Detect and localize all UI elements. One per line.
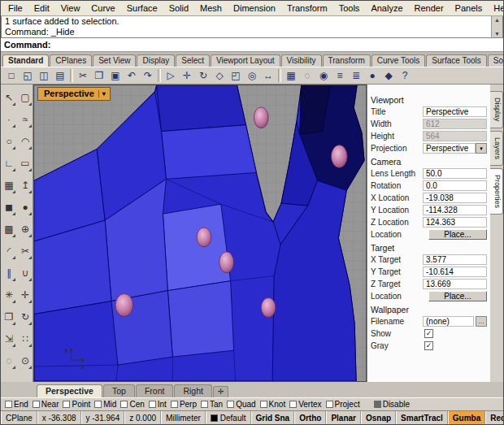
pan-icon[interactable]: ↔ xyxy=(260,68,276,84)
toolbar-tab-viewport-layout[interactable]: Viewport Layout xyxy=(211,54,280,67)
lock-objects-icon[interactable]: ◉ xyxy=(315,68,332,84)
record-history-toggle[interactable]: Record Histor xyxy=(485,411,503,424)
wallpaper-show-checkbox[interactable]: ✓ xyxy=(424,329,433,338)
ortho-toggle[interactable]: Ortho xyxy=(294,411,326,424)
osnap-quad-checkbox[interactable] xyxy=(227,401,234,408)
osnap-vertex-checkbox[interactable] xyxy=(289,401,297,408)
lens-length-field[interactable]: 50.0 xyxy=(423,168,487,179)
object-properties-icon[interactable]: ≣ xyxy=(348,68,364,84)
fillet-tool-icon[interactable]: ◜ xyxy=(1,240,17,262)
perspective-viewport[interactable]: Perspective ▾ xyxy=(33,85,367,382)
curve-tool-icon[interactable]: ≈ xyxy=(17,108,33,130)
units-indicator[interactable]: Millimeter xyxy=(161,411,206,424)
command-history[interactable]: 1 surface added to selection. Command: _… xyxy=(1,16,503,38)
osnap-int-checkbox[interactable] xyxy=(149,401,156,408)
osnap-cen-checkbox[interactable] xyxy=(120,401,128,408)
extrude-tool-icon[interactable]: ↥ xyxy=(17,174,33,196)
projection-dropdown-icon[interactable]: ▾ xyxy=(476,143,487,154)
surface-tool-icon[interactable]: ▦ xyxy=(1,174,17,196)
paste-icon[interactable]: ▣ xyxy=(107,68,124,84)
target-place-button[interactable]: Place... xyxy=(428,291,487,301)
zoom-extents-icon[interactable]: ◎ xyxy=(244,68,260,84)
redo-icon[interactable]: ↷ xyxy=(140,68,156,84)
toolbar-tab-visibility[interactable]: Visibility xyxy=(281,54,322,67)
wallpaper-gray-checkbox[interactable]: ✓ xyxy=(424,341,433,350)
sphere-tool-icon[interactable]: ● xyxy=(17,196,33,218)
rotation-field[interactable]: 0.0 xyxy=(423,180,487,191)
move-icon[interactable]: ✛ xyxy=(179,68,195,84)
mesh-tool-icon[interactable]: ▩ xyxy=(1,218,17,240)
osnap-int[interactable]: Int xyxy=(149,400,167,409)
box-tool-icon[interactable]: ◼ xyxy=(1,196,17,218)
osnap-perp[interactable]: Perp xyxy=(171,400,197,409)
osnap-disable-checkbox[interactable] xyxy=(374,401,381,408)
undo-icon[interactable]: ↶ xyxy=(124,68,140,84)
wallpaper-filename-field[interactable]: (none) xyxy=(423,316,474,327)
toolbar-tab-select[interactable]: Select xyxy=(176,54,210,67)
command-history-scrollbar[interactable]: ▲ ▼ xyxy=(491,16,502,37)
gumball-icon[interactable]: ◆ xyxy=(380,68,397,84)
rectangle-tool-icon[interactable]: ▭ xyxy=(17,152,33,174)
osnap-point[interactable]: Point xyxy=(63,400,90,409)
save-file-icon[interactable]: ◫ xyxy=(36,68,52,84)
join-tool-icon[interactable]: ∪ xyxy=(17,262,33,284)
osnap-project-checkbox[interactable] xyxy=(326,401,333,408)
osnap-tan[interactable]: Tan xyxy=(201,400,223,409)
toolbar-tab-transform[interactable]: Transform xyxy=(323,54,371,67)
arc-tool-icon[interactable]: ◠ xyxy=(17,130,33,152)
grid-snap-toggle[interactable]: Grid Sna xyxy=(251,411,295,424)
toolbar-tab-standard[interactable]: Standard xyxy=(2,54,49,67)
menu-tools[interactable]: Tools xyxy=(333,2,366,15)
viewport-tab-top[interactable]: Top xyxy=(103,384,135,397)
toolbar-tab-cplanes[interactable]: CPlanes xyxy=(50,54,92,67)
zoom-window-icon[interactable]: ◰ xyxy=(228,68,244,84)
copy-tool-icon[interactable]: ❐ xyxy=(1,306,17,327)
select-icon[interactable]: ▷ xyxy=(163,68,179,84)
gumball-toggle[interactable]: Gumba xyxy=(448,411,485,424)
viewport-tab-front[interactable]: Front xyxy=(136,384,174,397)
osnap-cen[interactable]: Cen xyxy=(120,400,144,409)
osnap-vertex[interactable]: Vertex xyxy=(289,400,321,409)
toolbar-tab-set-view[interactable]: Set View xyxy=(93,54,136,67)
new-file-icon[interactable]: □ xyxy=(3,68,20,84)
current-layer[interactable]: Default xyxy=(206,411,251,424)
tab-properties[interactable]: Properties xyxy=(490,168,503,215)
rotate-icon[interactable]: ↻ xyxy=(195,68,211,84)
menu-file[interactable]: File xyxy=(2,2,28,15)
scroll-down-icon[interactable]: ▼ xyxy=(494,30,500,37)
viewport-canvas[interactable]: y x xyxy=(34,85,366,381)
osnap-near[interactable]: Near xyxy=(33,400,59,409)
layers-icon[interactable]: ≡ xyxy=(332,68,348,84)
scale-icon[interactable]: ◇ xyxy=(211,68,228,84)
zoom-tool-icon[interactable]: ⊙ xyxy=(17,349,33,371)
named-views-icon[interactable]: ▦ xyxy=(283,68,299,84)
menu-help[interactable]: Help xyxy=(488,2,504,15)
open-file-icon[interactable]: ◱ xyxy=(20,68,36,84)
y-target-field[interactable]: -10.614 xyxy=(423,267,487,277)
hide-tool-icon[interactable]: ◌ xyxy=(1,349,17,371)
osnap-end[interactable]: End xyxy=(5,400,28,409)
toolbar-tab-display[interactable]: Display xyxy=(137,54,175,67)
point-tool-icon[interactable]: ∙ xyxy=(1,108,17,130)
menu-analyze[interactable]: Analyze xyxy=(365,2,408,15)
osnap-toggle[interactable]: Osnap xyxy=(361,411,396,424)
tab-display[interactable]: Display xyxy=(490,91,503,128)
z-location-field[interactable]: 124.363 xyxy=(423,217,487,228)
selection-filter-icon[interactable]: ▢ xyxy=(17,86,33,108)
viewport-menu-arrow-icon[interactable]: ▾ xyxy=(98,90,106,98)
osnap-quad[interactable]: Quad xyxy=(227,400,255,409)
help-icon[interactable]: ? xyxy=(397,68,413,84)
camera-place-button[interactable]: Place... xyxy=(428,229,487,240)
new-viewport-tab-icon[interactable]: ✛ xyxy=(213,386,229,397)
osnap-knot[interactable]: Knot xyxy=(260,400,286,409)
array-tool-icon[interactable]: ∷ xyxy=(17,327,33,349)
render-icon[interactable]: ● xyxy=(364,68,380,84)
osnap-near-checkbox[interactable] xyxy=(33,401,40,408)
split-tool-icon[interactable]: ∥ xyxy=(1,262,17,284)
trim-tool-icon[interactable]: ✂ xyxy=(17,240,33,262)
menu-transform[interactable]: Transform xyxy=(281,2,333,15)
osnap-disable[interactable]: Disable xyxy=(374,400,410,409)
osnap-mid-checkbox[interactable] xyxy=(94,401,102,408)
browse-wallpaper-button[interactable]: … xyxy=(476,316,487,327)
boolean-tool-icon[interactable]: ⊕ xyxy=(17,218,33,240)
